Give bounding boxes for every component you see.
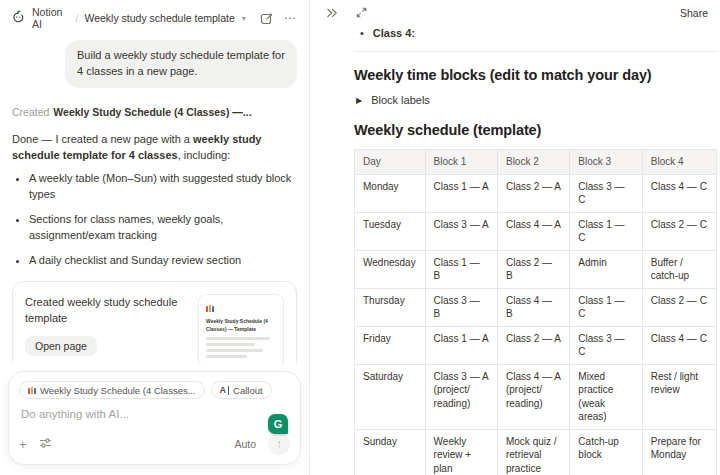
response-bullet: Sections for class names, weekly goals, … xyxy=(29,212,297,244)
ai-composer[interactable]: Weekly Study Schedule (4 Classes... A Ca… xyxy=(8,371,301,465)
day-cell[interactable]: Friday xyxy=(355,326,426,364)
table-row: SaturdayClass 3 — A (project/ reading)Cl… xyxy=(355,364,717,429)
day-cell[interactable]: Wednesday xyxy=(355,250,426,288)
grammarly-icon[interactable]: G xyxy=(268,414,288,434)
block-cell[interactable]: Prepare for Monday xyxy=(642,429,716,475)
chat-header: Notion AI / Weekly study schedule templa… xyxy=(0,0,309,34)
new-chat-icon[interactable] xyxy=(258,8,276,28)
day-cell[interactable]: Thursday xyxy=(355,288,426,326)
response-bullet: A daily checklist and Sunday review sect… xyxy=(29,253,297,269)
doc-toolbar: Share xyxy=(310,0,720,25)
block-cell[interactable]: Buffer / catch-up xyxy=(642,250,716,288)
block-cell[interactable]: Class 1 — A xyxy=(425,174,497,212)
breadcrumb-separator: / xyxy=(75,12,78,24)
table-header-cell: Block 1 xyxy=(425,150,497,175)
block-cell[interactable]: Class 2 — A xyxy=(497,326,569,364)
settings-sliders-icon[interactable] xyxy=(39,437,52,451)
doc-panel: Share • Class 4: Weekly time blocks (edi… xyxy=(310,0,720,475)
skeleton-line xyxy=(206,343,255,346)
block-cell[interactable]: Class 2 — C xyxy=(642,288,716,326)
ai-prompt-input[interactable]: Do anything with AI... xyxy=(21,408,288,420)
toggle-triangle-icon[interactable]: ▶ xyxy=(356,96,362,105)
created-page-card: Created weekly study schedule template O… xyxy=(12,281,297,363)
block-cell[interactable]: Class 3 — A xyxy=(425,212,497,250)
block-cell[interactable]: Class 4 — C xyxy=(642,174,716,212)
block-cell[interactable]: Class 4 — A (project/ reading) xyxy=(497,364,569,429)
block-cell[interactable]: Class 2 — B xyxy=(497,250,569,288)
notion-ai-window: Notion AI / Weekly study schedule templa… xyxy=(0,0,720,475)
block-cell[interactable]: Class 3 — A (project/ reading) xyxy=(425,364,497,429)
created-status-line: CreatedWeekly Study Schedule (4 Classes)… xyxy=(12,106,297,118)
day-cell[interactable]: Monday xyxy=(355,174,426,212)
callout-context-chip[interactable]: A Callout xyxy=(211,381,272,399)
weekly-schedule-table: DayBlock 1Block 2Block 3Block 4 MondayCl… xyxy=(354,149,717,475)
page-context-chip[interactable]: Weekly Study Schedule (4 Classes... xyxy=(19,381,205,399)
skeleton-line xyxy=(206,349,263,352)
table-header-cell: Block 4 xyxy=(642,150,716,175)
notion-ai-logo-icon xyxy=(10,9,26,27)
table-header-cell: Day xyxy=(355,150,426,175)
page-thumbnail[interactable]: Weekly Study Schedule (4 Classes) — Temp… xyxy=(198,294,284,363)
block-cell[interactable]: Class 2 — A xyxy=(497,174,569,212)
block-cell[interactable]: Class 4 — C xyxy=(642,326,716,364)
expand-page-icon[interactable] xyxy=(351,3,371,23)
books-icon xyxy=(206,305,214,312)
user-message-bubble: Build a weekly study schedule template f… xyxy=(65,40,297,88)
block-cell[interactable]: Class 1 — C xyxy=(570,288,642,326)
block-cell[interactable]: Class 4 — B xyxy=(497,288,569,326)
thread-title[interactable]: Weekly study schedule template xyxy=(84,12,234,24)
divider xyxy=(354,51,717,52)
block-cell[interactable]: Admin xyxy=(570,250,642,288)
mode-selector[interactable]: Auto xyxy=(234,438,256,450)
heading-weekly-schedule: Weekly schedule (template) xyxy=(354,122,717,138)
response-bullet: A weekly table (Mon–Sun) with suggested … xyxy=(29,171,297,203)
block-cell[interactable]: Class 3 — C xyxy=(570,174,642,212)
skeleton-line xyxy=(206,355,247,358)
day-cell[interactable]: Saturday xyxy=(355,364,426,429)
assistant-response-bullets: A weekly table (Mon–Sun) with suggested … xyxy=(12,171,297,269)
collapse-panel-icon[interactable] xyxy=(322,3,342,23)
block-cell[interactable]: Class 1 — B xyxy=(425,250,497,288)
assistant-response-intro: Done — I created a new page with a weekl… xyxy=(12,131,297,164)
block-cell[interactable]: Class 3 — C xyxy=(570,326,642,364)
created-label: Created xyxy=(12,106,49,118)
block-cell[interactable]: Mock quiz / retrieval practice xyxy=(497,429,569,475)
doc-content: • Class 4: Weekly time blocks (edit to m… xyxy=(354,25,717,475)
heading-time-blocks: Weekly time blocks (edit to match your d… xyxy=(354,67,717,83)
send-button[interactable]: ↑ xyxy=(268,433,290,455)
block-cell[interactable]: Weekly review + plan xyxy=(425,429,497,475)
books-icon xyxy=(28,387,36,394)
block-cell[interactable]: Rest / light review xyxy=(642,364,716,429)
block-cell[interactable]: Class 2 — C xyxy=(642,212,716,250)
share-button[interactable]: Share xyxy=(680,7,708,19)
composer-toolbar: + Auto ↑ xyxy=(19,433,290,455)
block-cell[interactable]: Catch-up block xyxy=(570,429,642,475)
table-row: SundayWeekly review + planMock quiz / re… xyxy=(355,429,717,475)
block-cell[interactable]: Class 4 — A xyxy=(497,212,569,250)
text-cursor-icon: A xyxy=(220,386,230,395)
table-row: WednesdayClass 1 — BClass 2 — BAdminBuff… xyxy=(355,250,717,288)
chevron-down-icon[interactable]: ▾ xyxy=(242,14,246,23)
table-row: ThursdayClass 3 — BClass 4 — BClass 1 — … xyxy=(355,288,717,326)
chat-panel: Notion AI / Weekly study schedule templa… xyxy=(0,0,310,475)
block-cell[interactable]: Class 1 — C xyxy=(570,212,642,250)
block-cell[interactable]: Class 1 — A xyxy=(425,326,497,364)
created-page-link[interactable]: Weekly Study Schedule (4 Classes) —... xyxy=(53,106,251,118)
table-header-cell: Block 3 xyxy=(570,150,642,175)
more-options-icon[interactable]: ⋯ xyxy=(281,8,299,28)
block-cell[interactable]: Class 3 — B xyxy=(425,288,497,326)
table-header-cell: Block 2 xyxy=(497,150,569,175)
block-labels-toggle[interactable]: ▶ Block labels xyxy=(356,94,717,106)
open-page-button[interactable]: Open page xyxy=(25,336,97,356)
chat-messages: Build a weekly study schedule template f… xyxy=(0,34,309,363)
block-cell[interactable]: Mixed practice (weak areas) xyxy=(570,364,642,429)
context-chips: Weekly Study Schedule (4 Classes... A Ca… xyxy=(19,381,290,399)
table-row: FridayClass 1 — AClass 2 — AClass 3 — CC… xyxy=(355,326,717,364)
table-row: TuesdayClass 3 — AClass 4 — AClass 1 — C… xyxy=(355,212,717,250)
bullet-dot: • xyxy=(360,28,364,39)
day-cell[interactable]: Sunday xyxy=(355,429,426,475)
day-cell[interactable]: Tuesday xyxy=(355,212,426,250)
attach-icon[interactable]: + xyxy=(19,438,27,451)
table-row: MondayClass 1 — AClass 2 — AClass 3 — CC… xyxy=(355,174,717,212)
app-name: Notion AI xyxy=(32,6,69,30)
